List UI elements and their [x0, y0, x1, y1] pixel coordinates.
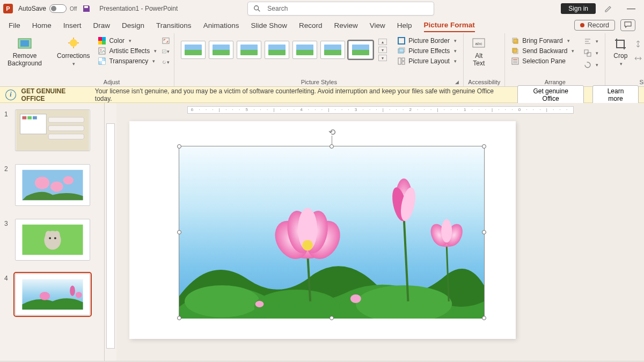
- crop-button[interactable]: Crop ▾: [610, 35, 631, 68]
- artistic-effects-menu[interactable]: Artistic Effects▾: [96, 47, 159, 55]
- svg-rect-11: [98, 41, 102, 45]
- svg-point-14: [100, 49, 102, 51]
- group-menu[interactable]: ▾: [582, 49, 601, 57]
- resize-handle-n[interactable]: [330, 144, 334, 149]
- alt-text-button[interactable]: abc Alt Text: [468, 35, 489, 69]
- arrange-group-label: Arrange: [509, 78, 601, 85]
- resize-handle-nw[interactable]: [177, 144, 181, 149]
- gallery-more-button[interactable]: ▾: [378, 55, 387, 61]
- chevron-down-icon: ▾: [72, 61, 75, 67]
- transparency-menu[interactable]: Transparency▾: [96, 57, 159, 65]
- comments-button[interactable]: [620, 19, 635, 31]
- style-item[interactable]: [348, 41, 373, 59]
- gallery-down-button[interactable]: ▾: [378, 47, 387, 53]
- tab-insert[interactable]: Insert: [63, 19, 82, 32]
- autosave-toggle[interactable]: AutoSave Off: [18, 4, 77, 13]
- dialog-launcher-icon[interactable]: ◢: [455, 79, 459, 85]
- corrections-icon: [66, 36, 81, 51]
- send-backward-icon: [511, 47, 519, 55]
- tab-slideshow[interactable]: Slide Show: [251, 19, 287, 32]
- tab-help[interactable]: Help: [397, 19, 412, 32]
- tab-review[interactable]: Review: [334, 19, 358, 32]
- save-icon[interactable]: [82, 4, 91, 13]
- style-item[interactable]: [209, 41, 233, 59]
- tab-view[interactable]: View: [370, 19, 385, 32]
- compress-icon[interactable]: [162, 37, 170, 45]
- align-menu[interactable]: ▾: [582, 37, 601, 46]
- picture-layout-menu[interactable]: Picture Layout▾: [396, 57, 459, 65]
- search-box[interactable]: Search: [247, 2, 434, 16]
- slide-thumbnail-2[interactable]: [15, 164, 90, 206]
- get-genuine-button[interactable]: Get genuine Office: [517, 85, 584, 105]
- picture-selection[interactable]: ⟲: [179, 146, 485, 319]
- send-backward-button[interactable]: Send Backward ▾: [509, 47, 576, 55]
- style-item[interactable]: [237, 41, 261, 59]
- ribbon-tabs: File Home Insert Draw Design Transitions…: [0, 17, 644, 33]
- banner-text: Your license isn't genuine, and you may …: [95, 87, 503, 102]
- reset-picture-icon[interactable]: ▾: [162, 58, 170, 66]
- info-icon: i: [5, 90, 16, 100]
- minimize-button[interactable]: —: [621, 4, 641, 13]
- signin-button[interactable]: Sign in: [561, 3, 596, 14]
- tab-record[interactable]: Record: [299, 19, 323, 32]
- slide-thumbnail-3[interactable]: [15, 219, 90, 261]
- remove-background-button[interactable]: Remove Background: [4, 35, 45, 69]
- color-menu[interactable]: Color▾: [96, 36, 159, 45]
- rotate-handle[interactable]: ⟲: [328, 127, 335, 137]
- send-backward-label: Send Backward: [522, 47, 567, 55]
- comment-icon: [624, 21, 632, 28]
- picture-effects-menu[interactable]: Picture Effects▾: [396, 47, 459, 55]
- picture-styles-gallery[interactable]: ▴ ▾ ▾: [179, 35, 389, 64]
- pen-icon[interactable]: [604, 4, 613, 13]
- svg-rect-45: [33, 116, 37, 120]
- style-item[interactable]: [292, 41, 317, 59]
- picture-border-menu[interactable]: Picture Border▾: [396, 36, 459, 45]
- corrections-button[interactable]: Corrections ▾: [54, 35, 93, 68]
- svg-rect-18: [163, 38, 169, 44]
- tab-animations[interactable]: Animations: [203, 19, 239, 32]
- resize-handle-s[interactable]: [330, 316, 334, 320]
- svg-rect-3: [20, 40, 29, 47]
- slide[interactable]: ⟲: [129, 121, 516, 339]
- adjust-group-label: Adjust: [54, 78, 170, 85]
- record-button[interactable]: Record: [574, 20, 615, 31]
- tab-picture-format[interactable]: Picture Format: [424, 19, 475, 32]
- resize-handle-e[interactable]: [482, 230, 486, 234]
- size-group-label: Size◢: [610, 78, 644, 85]
- svg-rect-20: [398, 38, 405, 44]
- bring-forward-button[interactable]: Bring Forward ▾: [509, 36, 576, 45]
- toggle-switch[interactable]: [49, 4, 67, 13]
- svg-point-65: [76, 292, 82, 298]
- style-item[interactable]: [181, 41, 206, 59]
- tab-home[interactable]: Home: [32, 19, 52, 32]
- tab-transitions[interactable]: Transitions: [156, 19, 192, 32]
- svg-rect-25: [402, 62, 405, 64]
- resize-handle-w[interactable]: [177, 230, 181, 234]
- tab-design[interactable]: Design: [122, 19, 144, 32]
- change-picture-icon[interactable]: ▾: [162, 48, 170, 55]
- selection-pane-button[interactable]: Selection Pane: [509, 57, 576, 65]
- search-placeholder: Search: [267, 5, 288, 12]
- svg-point-4: [70, 39, 77, 47]
- style-item[interactable]: [320, 41, 345, 59]
- rotate-menu[interactable]: ▾: [582, 61, 601, 69]
- learn-more-button[interactable]: Learn more: [592, 85, 639, 105]
- tab-draw[interactable]: Draw: [93, 19, 111, 32]
- effects-label: Picture Effects: [408, 47, 450, 55]
- remove-bg-icon: [17, 36, 32, 51]
- resize-handle-sw[interactable]: [177, 316, 181, 320]
- svg-rect-19: [163, 50, 166, 53]
- effects-icon: [398, 47, 405, 55]
- svg-rect-17: [102, 61, 105, 64]
- record-dot-icon: [580, 23, 584, 27]
- slide-canvas[interactable]: 6 · · · | · · · 5 · · · | · · · 4 · · · …: [116, 103, 644, 361]
- slide-thumbnail-1[interactable]: [15, 109, 90, 151]
- gallery-up-button[interactable]: ▴: [378, 39, 387, 45]
- resize-handle-se[interactable]: [482, 316, 486, 320]
- svg-rect-9: [98, 37, 102, 41]
- style-item[interactable]: [265, 41, 289, 59]
- svg-rect-10: [102, 37, 106, 41]
- resize-handle-ne[interactable]: [482, 144, 486, 149]
- slide-thumbnail-4[interactable]: [15, 274, 90, 315]
- tab-file[interactable]: File: [9, 19, 20, 32]
